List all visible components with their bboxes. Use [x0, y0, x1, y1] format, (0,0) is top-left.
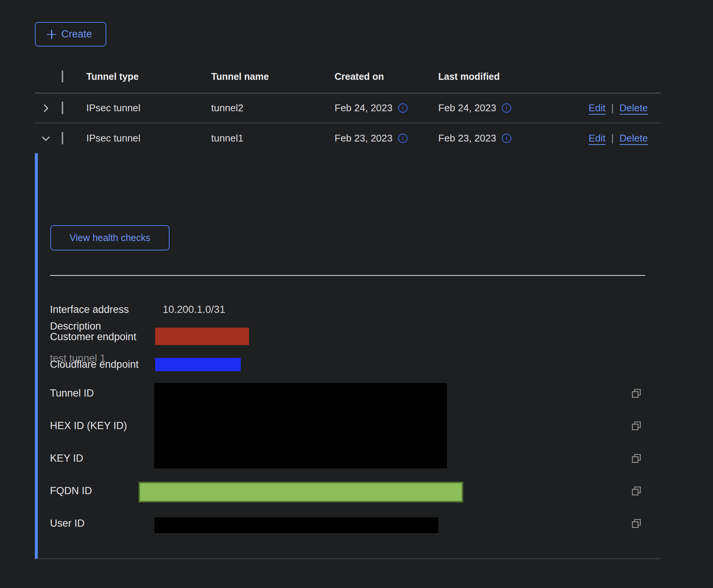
- created-on-cell: Feb 23, 2023: [335, 132, 392, 144]
- tunnel-type-cell: IPsec tunnel: [86, 102, 211, 114]
- select-all-checkbox[interactable]: [62, 70, 63, 82]
- info-icon[interactable]: [398, 134, 408, 143]
- table-row: IPsec tunnel tunnel1 Feb 23, 2023 Feb 23…: [35, 123, 661, 153]
- chevron-right-icon: [40, 103, 51, 114]
- copy-icon[interactable]: [631, 421, 641, 431]
- delete-link[interactable]: Delete: [620, 132, 648, 144]
- info-icon[interactable]: [398, 103, 408, 113]
- info-icon[interactable]: [502, 134, 511, 143]
- header-tunnel-name: Tunnel name: [211, 71, 335, 82]
- create-button[interactable]: Create: [35, 22, 106, 47]
- tunnels-table: Tunnel type Tunnel name Created on Last …: [35, 61, 661, 559]
- header-last-modified: Last modified: [438, 71, 549, 82]
- detail-divider: [50, 275, 645, 276]
- chevron-down-icon: [40, 133, 51, 144]
- last-modified-cell: Feb 24, 2023: [438, 102, 496, 114]
- customer-endpoint-redacted-value: [155, 328, 249, 345]
- last-modified-cell: Feb 23, 2023: [438, 132, 496, 144]
- table-header-row: Tunnel type Tunnel name Created on Last …: [35, 61, 661, 93]
- tunnel-name-cell: tunnel2: [211, 102, 335, 114]
- edit-link[interactable]: Edit: [588, 102, 606, 114]
- copy-icon[interactable]: [631, 486, 641, 496]
- row-checkbox[interactable]: [62, 132, 63, 145]
- user-id-redacted-value: [154, 517, 438, 533]
- description-label: Description: [50, 320, 101, 332]
- expand-toggle[interactable]: [35, 103, 62, 114]
- cloudflare-endpoint-label: Cloudflare endpoint: [50, 359, 139, 370]
- create-button-label: Create: [61, 28, 92, 40]
- header-created-on: Created on: [335, 71, 438, 82]
- info-icon[interactable]: [502, 103, 511, 113]
- edit-link[interactable]: Edit: [588, 132, 606, 144]
- customer-endpoint-label: Customer endpoint: [50, 331, 136, 343]
- plus-icon: [47, 30, 56, 39]
- tunnel-id-label: Tunnel ID: [50, 387, 94, 399]
- ids-redacted-value: [154, 383, 447, 468]
- tunnel-type-cell: IPsec tunnel: [86, 132, 211, 144]
- header-tunnel-type: Tunnel type: [86, 71, 211, 82]
- tunnel-name-cell: tunnel1: [211, 132, 335, 144]
- created-on-cell: Feb 24, 2023: [335, 102, 392, 114]
- delete-link[interactable]: Delete: [620, 102, 648, 114]
- interface-address-label: Interface address: [50, 304, 129, 316]
- tunnels-page: Create Tunnel type Tunnel name Created o…: [35, 0, 661, 559]
- copy-icon[interactable]: [631, 388, 641, 398]
- table-row: IPsec tunnel tunnel2 Feb 24, 2023 Feb 24…: [35, 93, 661, 123]
- hex-id-label: HEX ID (KEY ID): [50, 420, 127, 432]
- tunnel-detail-panel: Description test tunnel 1 View health ch…: [35, 153, 661, 559]
- fqdn-id-label: FQDN ID: [50, 485, 92, 497]
- interface-address-value: 10.200.1.0/31: [163, 304, 225, 316]
- row-checkbox[interactable]: [62, 101, 63, 114]
- action-separator: |: [611, 102, 614, 114]
- copy-icon[interactable]: [631, 518, 641, 529]
- copy-icon[interactable]: [631, 453, 641, 464]
- expand-toggle[interactable]: [35, 133, 62, 144]
- action-separator: |: [611, 132, 614, 144]
- fqdn-id-redacted-value: [139, 482, 463, 502]
- key-id-label: KEY ID: [50, 453, 83, 464]
- view-health-checks-button[interactable]: View health checks: [50, 225, 170, 250]
- user-id-label: User ID: [50, 518, 85, 529]
- cloudflare-endpoint-redacted-value: [155, 358, 241, 371]
